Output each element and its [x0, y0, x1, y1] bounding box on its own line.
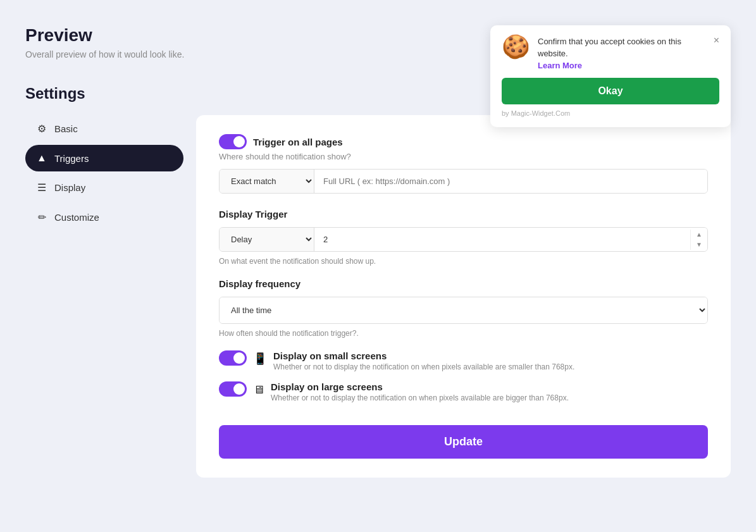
small-screen-label: Display on small screens	[273, 350, 708, 361]
sidebar-item-display-label: Display	[54, 182, 85, 193]
large-screen-text: Display on large screens Whether or not …	[271, 381, 708, 402]
display-freq-label: Display frequency	[219, 278, 708, 289]
gear-icon: ⚙	[35, 123, 48, 135]
large-screen-label: Display on large screens	[271, 381, 708, 392]
desktop-icon: 🖥	[253, 383, 264, 397]
cookie-brand: by Magic-Widget.Com	[502, 109, 719, 117]
delay-select[interactable]: Delay Scroll Click Exit Intent	[220, 228, 314, 251]
cookie-popup: 🍪 Confirm that you accept cookies on thi…	[490, 25, 731, 127]
triggers-icon: ▲	[35, 152, 48, 164]
cookie-icon: 🍪	[502, 35, 530, 58]
trigger-all-pages-toggle[interactable]	[219, 134, 247, 149]
sidebar-item-triggers-label: Triggers	[54, 153, 89, 164]
main-content: Trigger on all pages Where should the no…	[196, 115, 731, 478]
cookie-learn-more-link[interactable]: Learn More	[538, 61, 706, 70]
delay-help-text: On what event the notification should sh…	[219, 257, 708, 266]
sidebar: ⚙ Basic ▲ Triggers ☰ Display ✏ Customize	[25, 115, 196, 478]
small-screen-sublabel: Whether or not to display the notificati…	[273, 362, 708, 371]
settings-section: Settings ⚙ Basic ▲ Triggers ☰ Display ✏	[25, 85, 731, 478]
trigger-all-pages-sublabel: Where should the notification show?	[219, 152, 708, 161]
display-trigger-label: Display Trigger	[219, 209, 708, 220]
update-button[interactable]: Update	[219, 425, 708, 459]
sidebar-item-display[interactable]: ☰ Display	[25, 174, 183, 201]
url-match-row: Exact match Contains Starts with	[219, 169, 708, 194]
small-screen-text: Display on small screens Whether or not …	[273, 350, 708, 371]
freq-select-wrap: All the time Once per session Once per d…	[219, 297, 708, 324]
trigger-all-pages-label: Trigger on all pages	[253, 137, 343, 147]
large-screen-sublabel: Whether or not to display the notificati…	[271, 393, 708, 402]
cookie-text-block: Confirm that you accept cookies on this …	[538, 35, 706, 70]
sidebar-item-triggers[interactable]: ▲ Triggers	[25, 145, 183, 171]
freq-select[interactable]: All the time Once per session Once per d…	[220, 297, 707, 323]
url-input[interactable]	[314, 170, 707, 193]
url-match-select[interactable]: Exact match Contains Starts with	[220, 170, 314, 193]
cookie-message: Confirm that you accept cookies on this …	[538, 37, 681, 58]
spinner-down-button[interactable]: ▼	[691, 240, 707, 250]
large-screen-toggle[interactable]	[219, 381, 247, 397]
small-screen-toggle-group: 📱	[219, 350, 267, 366]
mobile-icon: 📱	[253, 352, 267, 366]
small-screen-row: 📱 Display on small screens Whether or no…	[219, 350, 708, 371]
large-screen-row: 🖥 Display on large screens Whether or no…	[219, 381, 708, 402]
freq-help-text: How often should the notification trigge…	[219, 329, 708, 338]
delay-number-input[interactable]	[314, 228, 690, 251]
display-icon: ☰	[35, 182, 48, 194]
sidebar-item-basic[interactable]: ⚙ Basic	[25, 115, 183, 142]
spinner-up-button[interactable]: ▲	[691, 230, 707, 240]
small-screen-toggle[interactable]	[219, 350, 247, 366]
large-screen-toggle-group: 🖥	[219, 381, 264, 397]
delay-row: Delay Scroll Click Exit Intent ▲ ▼	[219, 227, 708, 252]
delay-spinner: ▲ ▼	[690, 230, 707, 250]
cookie-okay-button[interactable]: Okay	[502, 78, 719, 104]
sidebar-item-basic-label: Basic	[54, 123, 78, 134]
trigger-all-pages-row: Trigger on all pages	[219, 134, 708, 149]
cookie-close-button[interactable]: ×	[714, 35, 719, 46]
customize-icon: ✏	[35, 211, 48, 223]
sidebar-item-customize-label: Customize	[54, 212, 99, 223]
delay-number-wrap: ▲ ▼	[314, 228, 707, 251]
cookie-popup-header: 🍪 Confirm that you accept cookies on thi…	[502, 35, 719, 70]
sidebar-item-customize[interactable]: ✏ Customize	[25, 204, 183, 231]
settings-layout: ⚙ Basic ▲ Triggers ☰ Display ✏ Customize	[25, 115, 731, 478]
